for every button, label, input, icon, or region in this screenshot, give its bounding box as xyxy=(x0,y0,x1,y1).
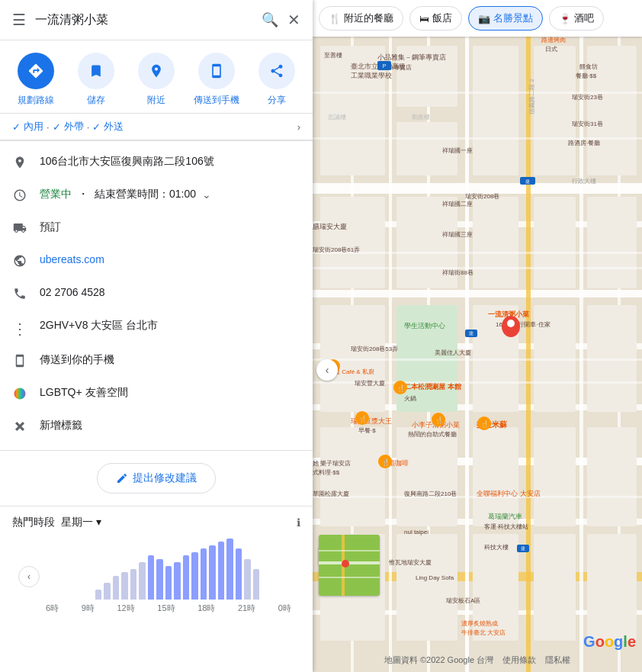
svg-text:小品雅集－鋼筆專賣店: 小品雅集－鋼筆專賣店 xyxy=(377,53,446,61)
popular-times-info-icon[interactable]: ℹ xyxy=(297,516,300,529)
chart-bar xyxy=(174,562,180,600)
close-icon[interactable]: ✕ xyxy=(284,8,303,32)
pluscode-text: 2GHV+V8 大安區 台北市 xyxy=(40,319,300,333)
chart-bar xyxy=(95,590,101,600)
svg-rect-49 xyxy=(313,252,642,254)
svg-text:瑞安板石A區: 瑞安板石A區 xyxy=(446,597,480,604)
svg-text:瑞安街31巷: 瑞安街31巷 xyxy=(572,121,603,127)
tags-chevron-icon[interactable]: › xyxy=(297,121,300,133)
close-time: 結束營業時間：01:00 xyxy=(95,188,196,201)
svg-text:火鍋: 火鍋 xyxy=(404,395,416,402)
directions-icon xyxy=(18,53,54,89)
hotels-label: 飯店 xyxy=(432,11,452,25)
filter-hotels[interactable]: 🛏 飯店 xyxy=(409,6,462,31)
terms-link[interactable]: 使用條款 xyxy=(502,654,536,666)
left-panel: ☰ 🔍 ✕ 規劃路線 儲存 xyxy=(0,0,313,672)
svg-text:P: P xyxy=(383,63,387,69)
svg-rect-42 xyxy=(534,534,576,641)
restaurants-label: 附近的餐廳 xyxy=(344,11,393,25)
svg-text:🍴: 🍴 xyxy=(480,420,490,429)
website-row: ubereats.com xyxy=(0,246,313,278)
svg-rect-37 xyxy=(534,427,576,526)
svg-rect-50 xyxy=(313,267,642,269)
svg-text:行政大樓: 行政大樓 xyxy=(572,178,596,185)
add-label-text: 新增標籤 xyxy=(40,419,300,432)
chart-prev-button[interactable]: ‹ xyxy=(18,566,40,587)
add-label-row[interactable]: 新增標籤 xyxy=(0,411,313,444)
send-phone-row[interactable]: 傳送到你的手機 xyxy=(0,346,313,378)
day-arrow-icon: ▾ xyxy=(96,516,101,528)
save-button[interactable]: 儲存 xyxy=(73,53,119,107)
popular-times-day-selector[interactable]: 星期一 ▾ xyxy=(61,516,101,529)
hours-chevron-icon[interactable]: ⌄ xyxy=(202,188,211,201)
chart-bar xyxy=(253,569,259,600)
chart-bars xyxy=(43,539,294,600)
website-anchor[interactable]: ubereats.com xyxy=(40,253,104,265)
privacy-link[interactable]: 隱私權 xyxy=(545,654,570,666)
chart-label-6: 6時 xyxy=(46,603,59,614)
send-to-phone-button[interactable]: 傳送到手機 xyxy=(194,53,239,107)
lgbtq-row: LGBTQ+ 友善空間 xyxy=(0,378,313,411)
search-input[interactable] xyxy=(35,13,255,27)
hotels-icon: 🛏 xyxy=(419,13,429,24)
save-label: 儲存 xyxy=(87,94,105,107)
share-button[interactable]: 分享 xyxy=(254,53,300,107)
filter-bars[interactable]: 🍷 酒吧 xyxy=(549,6,604,31)
phone-icon xyxy=(12,287,27,304)
svg-rect-21 xyxy=(473,46,518,175)
svg-text:早餐·$: 早餐·$ xyxy=(358,427,376,434)
chart-bar xyxy=(191,552,197,600)
lgbtq-text: LGBTQ+ 友善空間 xyxy=(40,386,300,400)
delivery-text: 預訂 xyxy=(40,220,300,234)
tags-row[interactable]: ✓ 內用 · ✓ 外帶 · ✓ 外送 › xyxy=(0,113,313,140)
svg-rect-131 xyxy=(319,550,380,551)
svg-rect-11 xyxy=(526,37,531,672)
svg-text:捷: 捷 xyxy=(521,546,525,551)
nearby-button[interactable]: 附近 xyxy=(133,53,179,107)
svg-text:惟瓦地瑞安大廈: 惟瓦地瑞安大廈 xyxy=(388,559,432,566)
svg-text:瑞安豐大廈: 瑞安豐大廈 xyxy=(355,380,385,387)
svg-text:瑞安街208巷: 瑞安街208巷 xyxy=(465,193,499,200)
pluscode-row: ⋮ 2GHV+V8 大安區 台北市 xyxy=(0,311,313,346)
attractions-label: 名勝景點 xyxy=(493,11,533,25)
svg-text:捷: 捷 xyxy=(525,179,530,184)
map-collapse-button[interactable]: ‹ xyxy=(316,359,338,381)
filter-attractions[interactable]: 📷 名勝景點 xyxy=(468,6,543,31)
chart-bar xyxy=(121,572,127,600)
suggest-edit-label: 提出修改建議 xyxy=(133,471,197,485)
svg-text:式料理·$$: 式料理·$$ xyxy=(313,469,340,476)
chart-bar xyxy=(201,548,207,600)
address-text: 106台北市大安區復興南路二段106號 xyxy=(40,155,300,169)
share-label: 分享 xyxy=(268,94,286,107)
svg-text:祥瑞國二座: 祥瑞國二座 xyxy=(442,201,473,207)
svg-rect-2 xyxy=(313,183,642,194)
map-thumbnail[interactable] xyxy=(319,535,380,596)
send-to-phone-label: 傳送到手機 xyxy=(194,94,239,107)
dot-1: · xyxy=(47,121,50,133)
svg-text:信義路二段 2: 信義路二段 2 xyxy=(528,79,535,114)
svg-text:捷: 捷 xyxy=(469,331,473,336)
svg-rect-51 xyxy=(313,359,642,361)
bars-label: 酒吧 xyxy=(574,11,594,25)
map-attribution: 地圖資料 ©2022 Google 台灣 使用條款 隱私權 xyxy=(313,654,642,666)
svg-text:🍴: 🍴 xyxy=(381,458,390,467)
phone-row: 02 2706 4528 xyxy=(0,278,313,311)
chart-label-15: 15時 xyxy=(157,603,175,614)
search-header: ☰ 🔍 ✕ xyxy=(0,0,313,40)
hours-content: 營業中 ・ 結束營業時間：01:00 ⌄ xyxy=(40,188,300,201)
directions-button[interactable]: 規劃路線 xyxy=(13,53,59,107)
search-icon[interactable]: 🔍 xyxy=(262,11,278,28)
svg-text:復興南路二段210巷: 復興南路二段210巷 xyxy=(404,490,457,497)
menu-icon[interactable]: ☰ xyxy=(9,8,29,32)
svg-point-0 xyxy=(14,388,26,400)
svg-text:餵食坊: 餵食坊 xyxy=(579,63,598,70)
chart-bar xyxy=(209,545,215,600)
suggest-edit-button[interactable]: 提出修改建議 xyxy=(97,463,216,494)
popular-times-section: 熱門時段 星期一 ▾ ℹ ‹ 6時 9時 12時 15時 xyxy=(0,506,313,623)
restaurants-icon: 🍴 xyxy=(329,13,341,24)
website-link[interactable]: ubereats.com xyxy=(40,253,300,265)
svg-text:熱鬧的自助式餐廳: 熱鬧的自助式餐廳 xyxy=(408,431,457,438)
chart-label-9: 9時 xyxy=(82,603,95,614)
filter-restaurants[interactable]: 🍴 附近的餐廳 xyxy=(319,6,403,31)
svg-text:全聯福利中心 大安店: 全聯福利中心 大安店 xyxy=(477,490,541,497)
